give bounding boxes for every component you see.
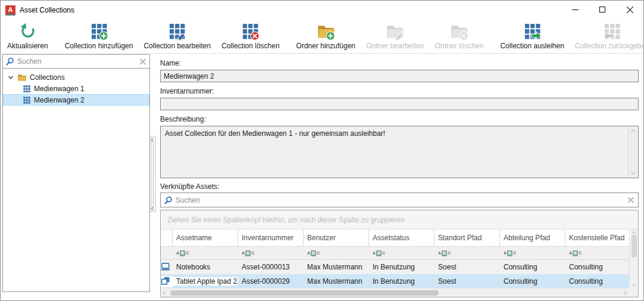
column-header-standort-pfad[interactable]: Standort Pfad	[434, 229, 500, 246]
collection-checkout-button[interactable]: Collection ausleihen	[495, 20, 569, 53]
assets-search-input[interactable]	[176, 196, 624, 204]
collection-delete-button[interactable]: Collection löschen	[216, 20, 285, 53]
tree-search-box	[3, 55, 149, 69]
window-title: Asset Collections	[20, 6, 74, 14]
name-field[interactable]	[160, 70, 639, 82]
notebook-icon	[161, 262, 170, 271]
collection-add-button[interactable]: Collection hinzufügen	[60, 20, 139, 53]
cell-inventarnummer[interactable]: Asset-0000013	[238, 263, 304, 271]
row-indicator-header	[161, 229, 173, 246]
folder-add-button[interactable]: Ordner hinzufügen	[291, 20, 361, 53]
cell-benutzer[interactable]: Max Mustermann	[304, 263, 369, 271]
filter-cell-standort-pfad[interactable]	[434, 247, 500, 259]
tree-node-medienwagen-2[interactable]: Medienwagen 2	[3, 94, 149, 105]
minimize-button[interactable]	[561, 1, 589, 18]
scroll-left-icon[interactable]	[163, 290, 167, 294]
scrollbar-corner	[629, 288, 638, 297]
description-scrollbar[interactable]	[628, 127, 637, 177]
column-header-benutzer[interactable]: Benutzer	[304, 229, 369, 246]
scroll-down-icon[interactable]	[632, 282, 636, 286]
filter-cell-inventarnummer[interactable]	[238, 247, 304, 259]
abc-filter-icon	[176, 250, 189, 256]
collection-return-button[interactable]: Collection zurückgeben	[570, 20, 644, 53]
cell-inventarnummer[interactable]: Asset-0000029	[238, 277, 304, 286]
cell-standort-pfad[interactable]: Soest	[434, 263, 500, 271]
maximize-icon	[599, 7, 605, 13]
collapse-left-icon[interactable]	[151, 206, 155, 210]
cell-assetstatus[interactable]: In Benutzung	[369, 277, 434, 286]
abc-filter-icon	[438, 250, 451, 256]
cell-assetstatus[interactable]: In Benutzung	[369, 263, 434, 271]
grid-table: Assetname Inventarnummer Benutzer Assets…	[161, 229, 629, 288]
minimize-icon	[572, 10, 579, 10]
cell-kostenstelle-pfad[interactable]: Consulting	[565, 277, 629, 286]
scroll-down-icon[interactable]	[631, 170, 635, 175]
tree-node-collections[interactable]: Collections	[3, 72, 149, 83]
refresh-button[interactable]: Aktualisieren	[2, 20, 54, 53]
grid-horizontal-scrollbar[interactable]	[161, 288, 629, 297]
collections-tree-panel: Collections Medienwagen 1 Medienwagen 2	[2, 54, 150, 292]
collection-return-label: Collection zurückgeben	[575, 42, 644, 50]
column-header-assetname[interactable]: Assetname	[173, 229, 238, 246]
inventory-number-label: Inventarnummer:	[160, 87, 639, 95]
folder-delete-icon	[450, 22, 468, 41]
tree-node-label: Collections	[30, 73, 65, 82]
column-header-abteilung-pfad[interactable]: Abteilung Pfad	[500, 229, 565, 246]
asset-row-notebooks[interactable]: Notebooks Asset-0000013 Max Mustermann I…	[161, 260, 629, 274]
maximize-button[interactable]	[589, 1, 616, 18]
filter-cell-abteilung-pfad[interactable]	[500, 247, 565, 259]
collection-edit-button[interactable]: Collection bearbeiten	[138, 20, 216, 53]
filter-cell-benutzer[interactable]	[304, 247, 369, 259]
tree-search-input[interactable]	[17, 57, 136, 66]
tree-node-medienwagen-1[interactable]: Medienwagen 1	[3, 83, 149, 94]
collection-grid-icon	[23, 96, 31, 104]
abc-filter-icon	[307, 250, 320, 256]
folder-delete-label: Ordner löschen	[434, 42, 483, 50]
scroll-right-icon[interactable]	[623, 290, 627, 294]
tree-node-label: Medienwagen 2	[34, 96, 85, 104]
cell-assetname[interactable]: Tablet Apple Ipad 2...	[173, 277, 238, 286]
linked-assets-grid: Ziehen Sie einen Spaltenkopf hierhin, um…	[160, 210, 639, 297]
cell-abteilung-pfad[interactable]: Consulting	[500, 263, 565, 271]
column-header-assetstatus[interactable]: Assetstatus	[369, 229, 434, 246]
cell-kostenstelle-pfad[interactable]: Consulting	[565, 263, 629, 271]
collection-detail-panel: Name: Inventarnummer: Beschreibung: Asse…	[160, 54, 639, 297]
assets-search-box	[160, 193, 639, 207]
scroll-up-icon[interactable]	[631, 129, 635, 134]
description-label: Beschreibung:	[160, 115, 639, 123]
row-indicator-cell	[161, 276, 173, 287]
chevron-down-icon[interactable]	[7, 74, 14, 81]
horizontal-scroll-thumb[interactable]	[170, 290, 439, 296]
collapse-left-icon[interactable]	[151, 138, 155, 142]
close-button[interactable]	[616, 1, 643, 18]
abc-filter-icon	[504, 250, 516, 256]
panel-splitter[interactable]	[151, 136, 156, 212]
folder-add-label: Ordner hinzufügen	[296, 42, 355, 50]
search-icon	[164, 196, 173, 204]
folder-delete-button[interactable]: Ordner löschen	[429, 20, 489, 53]
abc-filter-icon	[569, 250, 582, 256]
column-header-inventarnummer[interactable]: Inventarnummer	[238, 229, 304, 246]
asset-row-tablet[interactable]: Tablet Apple Ipad 2... Asset-0000029 Max…	[161, 274, 629, 288]
linked-assets-label: Verknüpfte Assets:	[160, 182, 639, 191]
description-field[interactable]: Asset Collection für den Medienwagen 1 -…	[160, 126, 639, 178]
filter-cell-kostenstelle-pfad[interactable]	[565, 247, 629, 259]
description-text: Asset Collection für den Medienwagen 1 -…	[165, 129, 385, 138]
grid-vertical-scrollbar[interactable]	[629, 229, 638, 288]
inventory-number-field[interactable]	[160, 98, 639, 110]
abc-filter-icon	[242, 250, 254, 256]
column-header-kostenstelle-pfad[interactable]: Kostenstelle Pfad	[565, 229, 629, 246]
row-indicator-cell	[161, 262, 173, 273]
cell-benutzer[interactable]: Max Mustermann	[304, 277, 369, 286]
vertical-scroll-thumb[interactable]	[632, 235, 637, 257]
clear-x-icon[interactable]	[139, 58, 146, 66]
cell-assetname[interactable]: Notebooks	[173, 263, 238, 271]
filter-cell-assetstatus[interactable]	[369, 247, 434, 259]
collection-add-icon	[90, 22, 108, 41]
folder-edit-button[interactable]: Ordner bearbeiten	[361, 20, 429, 53]
clear-x-icon[interactable]	[627, 196, 634, 204]
filter-cell-assetname[interactable]	[173, 247, 238, 259]
cell-standort-pfad[interactable]: Soest	[434, 277, 500, 286]
tablet-copy-icon	[161, 276, 170, 286]
cell-abteilung-pfad[interactable]: Consulting	[500, 277, 565, 286]
